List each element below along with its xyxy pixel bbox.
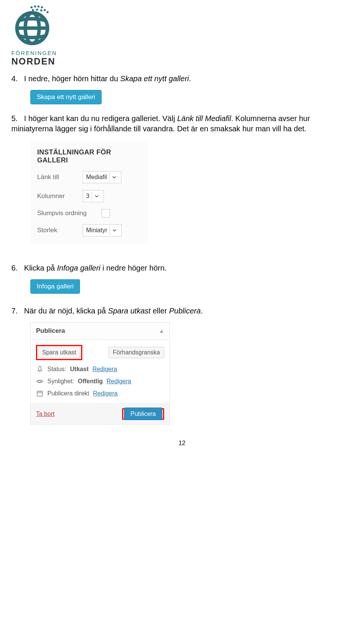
- step-7-i2: Publicera: [169, 307, 201, 315]
- svg-point-4: [34, 6, 36, 8]
- highlight-save-draft: Spara utkast: [36, 345, 82, 360]
- pin-icon: [36, 365, 44, 373]
- svg-point-12: [39, 380, 41, 383]
- size-label: Storlek: [37, 227, 83, 234]
- row-columns: Kolumner 3: [37, 190, 141, 202]
- svg-point-7: [32, 9, 34, 11]
- step-5-num: 5.: [11, 113, 22, 124]
- visibility-value: Offentlig: [78, 378, 103, 385]
- link-to-select[interactable]: Mediafil: [83, 171, 121, 183]
- calendar-icon: [36, 390, 44, 397]
- visibility-label: Synlighet:: [47, 378, 74, 385]
- schedule-row: Publicera direkt Redigera: [36, 390, 164, 397]
- step-6-t2: i nedre höger hörn.: [100, 264, 167, 272]
- row-link-to: Länk till Mediafil: [37, 171, 141, 183]
- status-row: Status: Utkast Redigera: [36, 365, 164, 373]
- publish-title: Publicera: [36, 327, 65, 335]
- create-gallery-button[interactable]: Skapa ett nytt galleri: [30, 90, 102, 104]
- step-4: 4. I nedre, höger hörn hittar du Skapa e…: [11, 74, 353, 84]
- svg-point-10: [44, 9, 46, 11]
- publish-panel: Publicera ▲ Spara utkast Förhandsgranska…: [30, 322, 170, 425]
- step-7-t1: När du är nöjd, klicka på: [24, 307, 108, 315]
- random-checkbox[interactable]: [102, 209, 110, 217]
- collapse-icon[interactable]: ▲: [159, 328, 164, 334]
- delete-link[interactable]: Ta bort: [36, 411, 55, 417]
- globe-icon: [11, 4, 53, 46]
- svg-point-3: [30, 6, 33, 8]
- settings-title: INSTÄLLNINGAR FÖR GALLERI: [37, 148, 141, 164]
- chevron-down-icon: [110, 226, 119, 235]
- step-5: 5. I höger kant kan du nu redigera galle…: [11, 113, 353, 134]
- eye-icon: [36, 378, 44, 385]
- publish-button[interactable]: Publicera: [124, 408, 162, 420]
- visibility-edit-link[interactable]: Redigera: [107, 378, 131, 385]
- random-label: Slumpvis ordning: [37, 209, 102, 217]
- publish-row-top: Spara utkast Förhandsgranska: [36, 345, 164, 360]
- step-6-num: 6.: [11, 263, 22, 273]
- gallery-settings-panel: INSTÄLLNINGAR FÖR GALLERI Länk till Medi…: [30, 142, 148, 244]
- status-value: Utkast: [70, 366, 89, 373]
- size-select[interactable]: Miniatyr: [83, 224, 122, 236]
- logo-line1: FÖRENINGEN: [11, 50, 353, 56]
- step-7-mid: eller: [151, 307, 169, 315]
- save-draft-button[interactable]: Spara utkast: [38, 347, 80, 358]
- step-4-num: 4.: [11, 74, 22, 84]
- svg-point-6: [41, 6, 43, 8]
- step-6-i1: Infoga galleri: [57, 264, 100, 272]
- svg-point-5: [38, 6, 40, 8]
- link-to-value: Mediafil: [86, 174, 107, 181]
- link-to-label: Länk till: [37, 173, 83, 181]
- svg-point-9: [40, 9, 42, 11]
- svg-point-11: [47, 11, 49, 13]
- highlight-publish: Publicera: [122, 408, 164, 420]
- step-7-num: 7.: [11, 306, 22, 316]
- publish-footer: Ta bort Publicera: [31, 403, 169, 424]
- step-7: 7. När du är nöjd, klicka på Spara utkas…: [11, 306, 353, 316]
- row-size: Storlek Miniatyr: [37, 224, 141, 236]
- step-7-t2: .: [201, 307, 203, 315]
- size-value: Miniatyr: [86, 227, 107, 234]
- step-6: 6. Klicka på Infoga galleri i nedre höge…: [11, 263, 353, 273]
- columns-value: 3: [86, 193, 89, 200]
- schedule-value: Publicera direkt: [47, 390, 89, 397]
- columns-label: Kolumner: [37, 192, 83, 200]
- status-label: Status:: [47, 366, 66, 373]
- step-7-i1: Spara utkast: [108, 307, 151, 315]
- publish-header: Publicera ▲: [31, 323, 169, 340]
- preview-button[interactable]: Förhandsgranska: [108, 347, 164, 358]
- logo-header: FÖRENINGEN NORDEN: [11, 4, 353, 67]
- svg-point-8: [36, 9, 38, 11]
- columns-select[interactable]: 3: [83, 190, 104, 202]
- schedule-edit-link[interactable]: Redigera: [93, 390, 118, 397]
- page-number: 12: [11, 440, 353, 447]
- chevron-down-icon: [109, 173, 119, 182]
- step-6-t1: Klicka på: [24, 264, 57, 272]
- step-4-text1: I nedre, höger hörn hittar du: [24, 74, 121, 83]
- status-edit-link[interactable]: Redigera: [93, 366, 117, 373]
- logo-line2: NORDEN: [11, 56, 353, 67]
- step-4-italic: Skapa ett nytt galleri: [120, 74, 189, 83]
- step-5-i1: Länk till Mediafil: [177, 114, 231, 123]
- insert-gallery-button[interactable]: Infoga galleri: [30, 279, 80, 294]
- row-random: Slumpvis ordning: [37, 209, 141, 217]
- chevron-down-icon: [92, 192, 101, 201]
- svg-rect-13: [37, 391, 42, 396]
- step-5-t1: I höger kant kan du nu redigera gallerie…: [24, 114, 177, 123]
- step-4-text2: .: [189, 74, 191, 83]
- visibility-row: Synlighet: Offentlig Redigera: [36, 378, 164, 385]
